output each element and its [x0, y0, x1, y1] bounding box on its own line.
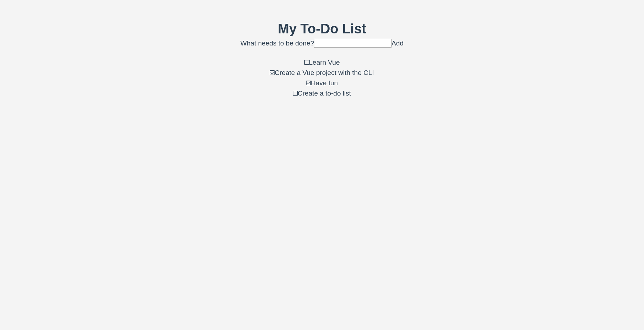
todo-item: Learn Vue [0, 58, 644, 67]
todo-label: Learn Vue [309, 59, 340, 66]
todo-item: Create a Vue project with the CLI [0, 68, 644, 77]
todo-checkbox[interactable] [270, 70, 275, 75]
add-todo-form: What needs to be done?Add [0, 39, 644, 48]
todo-checkbox[interactable] [306, 81, 311, 85]
todo-label: Create a to-do list [298, 90, 351, 97]
todo-label: Create a Vue project with the CLI [275, 69, 374, 76]
todo-label: Have fun [311, 79, 338, 87]
page-title: My To-Do List [0, 21, 644, 37]
new-todo-input[interactable] [314, 39, 392, 48]
todo-item: Create a to-do list [0, 88, 644, 98]
todo-list: Learn Vue Create a Vue project with the … [0, 58, 644, 98]
add-button[interactable]: Add [392, 39, 404, 47]
todo-app: My To-Do List What needs to be done?Add … [0, 0, 644, 98]
todo-checkbox[interactable] [304, 60, 309, 65]
todo-checkbox[interactable] [293, 91, 298, 96]
todo-item: Have fun [0, 78, 644, 88]
new-todo-label: What needs to be done? [240, 39, 314, 47]
